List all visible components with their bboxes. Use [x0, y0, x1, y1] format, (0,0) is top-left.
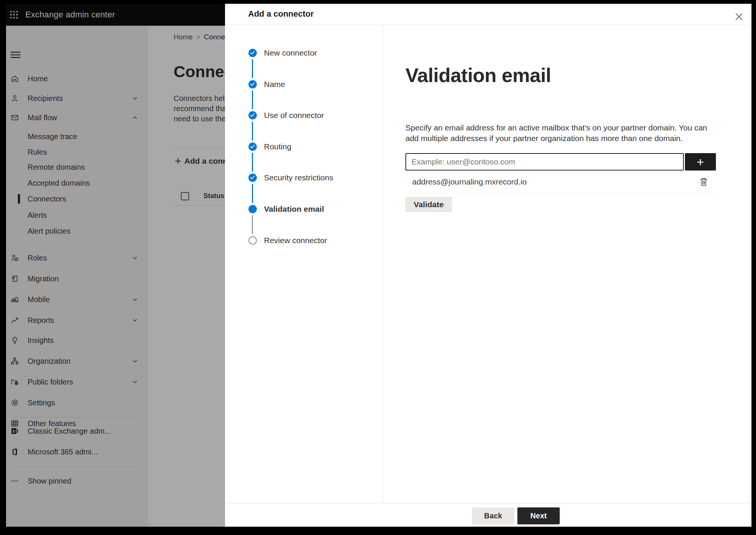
step-label: Use of connector — [264, 111, 324, 120]
validation-email-panel: Validation email Specify an email addres… — [383, 25, 751, 503]
step-label: Review connector — [264, 236, 327, 245]
step-completed-icon — [248, 80, 257, 88]
step-completed-icon — [248, 111, 257, 119]
panel-description: Specify an email address for an active m… — [405, 123, 708, 144]
wizard-step-name[interactable]: Name — [225, 77, 376, 92]
step-label: Validation email — [264, 205, 324, 214]
step-connector-line — [252, 121, 253, 141]
dialog-title: Add a connector — [248, 9, 314, 19]
address-list-item: address@journaling.mxrecord.io — [383, 174, 716, 189]
wizard-step-security-restrictions[interactable]: Security restrictions — [225, 170, 376, 185]
back-button[interactable]: Back — [472, 507, 514, 524]
app-window: Exchange admin center Home Recipients Ma… — [6, 4, 751, 527]
panel-heading: Validation email — [405, 64, 551, 87]
address-value: address@journaling.mxrecord.io — [412, 177, 527, 186]
step-connector-line — [252, 59, 253, 78]
dialog-body: New connector Name Use of connector Rout… — [225, 25, 751, 503]
wizard-step-review-connector[interactable]: Review connector — [225, 233, 376, 248]
step-connector-line — [252, 153, 253, 172]
step-completed-icon — [248, 49, 257, 57]
step-completed-icon — [248, 143, 257, 151]
divider — [406, 193, 716, 194]
step-connector-line — [252, 184, 253, 203]
validate-button[interactable]: Validate — [405, 197, 452, 212]
step-connector-line — [252, 215, 253, 234]
dialog-header: Add a connector — [225, 4, 751, 25]
wizard-step-use-of-connector[interactable]: Use of connector — [225, 108, 376, 123]
step-label: New connector — [264, 48, 317, 57]
step-label: Routing — [264, 142, 291, 151]
add-connector-dialog: Add a connector New connector — [225, 4, 751, 527]
dialog-footer: Back Next — [225, 503, 751, 527]
step-connector-line — [252, 90, 253, 109]
step-label: Security restrictions — [264, 173, 333, 182]
next-button[interactable]: Next — [517, 507, 560, 524]
wizard-step-new-connector[interactable]: New connector — [225, 45, 376, 60]
step-completed-icon — [248, 174, 257, 182]
delete-address-icon[interactable] — [698, 177, 709, 188]
screenshot-frame: Exchange admin center Home Recipients Ma… — [0, 0, 756, 535]
wizard-step-routing[interactable]: Routing — [225, 139, 376, 154]
step-upcoming-icon — [248, 236, 257, 245]
step-current-icon — [248, 205, 257, 213]
close-icon[interactable] — [733, 11, 745, 23]
plus-icon: + — [697, 155, 704, 169]
wizard-steps: New connector Name Use of connector Rout… — [225, 25, 383, 503]
step-label: Name — [264, 80, 285, 89]
wizard-step-validation-email[interactable]: Validation email — [225, 202, 376, 217]
validation-email-input[interactable] — [405, 153, 684, 171]
add-address-button[interactable]: + — [685, 153, 716, 171]
